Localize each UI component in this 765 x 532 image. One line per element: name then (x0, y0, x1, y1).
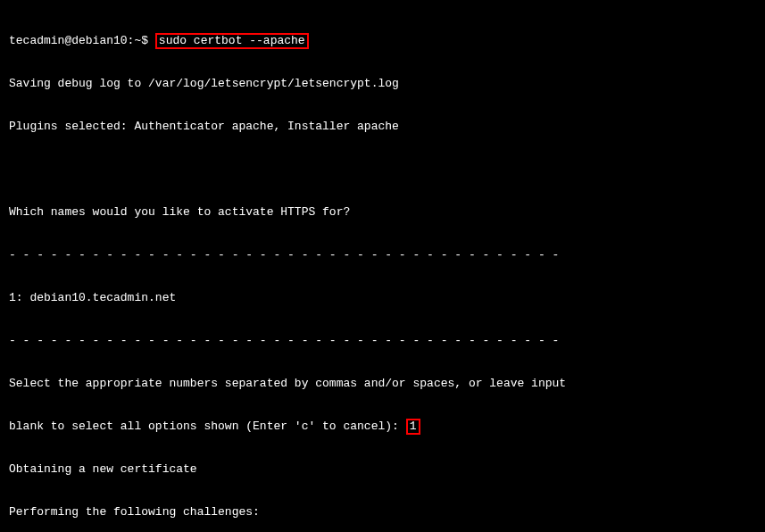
output-line: Select the appropriate numbers separated… (9, 377, 756, 391)
output-line: Performing the following challenges: (9, 505, 756, 520)
output-line: Obtaining a new certificate (9, 462, 756, 477)
user-selection-input[interactable]: 1 (406, 419, 420, 435)
output-line: Plugins selected: Authenticator apache, … (9, 120, 756, 134)
command-input[interactable]: sudo certbot --apache (155, 33, 309, 49)
input-prompt-line: blank to select all options shown (Enter… (9, 420, 756, 434)
output-line: Which names would you like to activate H… (9, 205, 756, 220)
output-line: Saving debug log to /var/log/letsencrypt… (9, 77, 756, 91)
separator-line: - - - - - - - - - - - - - - - - - - - - … (9, 334, 756, 348)
prompt-line[interactable]: tecadmin@debian10:~$ sudo certbot --apac… (9, 34, 756, 48)
domain-option: 1: debian10.tecadmin.net (9, 291, 756, 305)
blank-line (9, 162, 756, 177)
prompt-text: blank to select all options shown (Enter… (9, 420, 406, 433)
separator-line: - - - - - - - - - - - - - - - - - - - - … (9, 248, 756, 262)
terminal-output[interactable]: tecadmin@debian10:~$ sudo certbot --apac… (0, 0, 765, 532)
shell-prompt: tecadmin@debian10:~$ (9, 34, 155, 47)
